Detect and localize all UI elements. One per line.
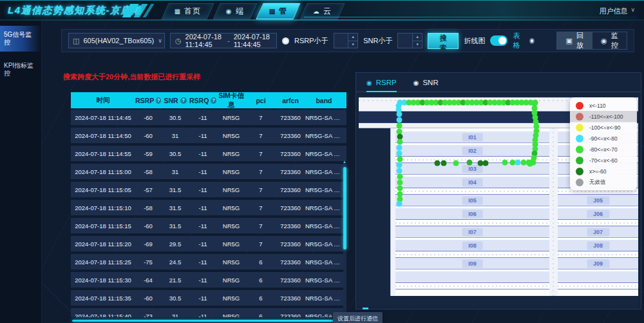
yard-row-label: I07	[462, 228, 483, 236]
yard-road-separator	[558, 219, 638, 226]
rsrp-spinner: ▲▼	[348, 34, 357, 48]
tab-rsrp[interactable]: ◉RSRP	[366, 73, 397, 92]
table-row[interactable]: 2024-07-18 11:15:10-5831.5-11NR5G7723360…	[71, 200, 346, 215]
switch-knob	[498, 37, 506, 44]
legend-row[interactable]: -100<=x<-90	[570, 122, 637, 133]
sidebar-item-kpi[interactable]: KPI指标监控	[0, 57, 41, 83]
table-cell: -57	[135, 186, 161, 193]
table-cell: 2024-07-18 11:15:35	[71, 295, 135, 302]
yard-row-I08: I08	[395, 240, 549, 251]
spin-down-icon[interactable]: ▼	[413, 41, 422, 48]
table-row[interactable]: 2024-07-18 11:15:20-6929.5-11NR5G7723360…	[71, 236, 346, 251]
device-select[interactable]: ◫ 605(HAV02_TBox605) ∨	[68, 33, 165, 48]
rsrp-radio[interactable]	[282, 37, 289, 44]
yard-map[interactable]: I01I02I03I04I05I06I07I08I09 J01J02J03J04…	[359, 95, 638, 306]
table-cell: 723360	[276, 168, 305, 175]
table-cell: 723360	[276, 259, 305, 266]
legend-label: -70<=x<-60	[589, 157, 618, 164]
legend-row[interactable]: 无效值	[570, 177, 637, 188]
help-icon[interactable]: ?	[156, 97, 161, 104]
signal-sample-dot	[397, 162, 402, 168]
monitor-button[interactable]: ◉ 监控	[592, 32, 627, 49]
table-cell: 6	[246, 295, 276, 302]
vertical-scrollbar[interactable]: ▲	[343, 166, 346, 323]
help-icon[interactable]: ?	[180, 97, 187, 104]
yard-row-I04: I04	[395, 177, 549, 188]
table-cell: NR5G-SA B...	[305, 132, 345, 139]
table-row[interactable]: 2024-07-18 11:15:15-6031.5-11NR5G7723360…	[71, 218, 346, 233]
yard-road-separator	[395, 219, 549, 226]
spin-up-icon[interactable]: ▲	[348, 34, 357, 41]
table-cell: -11	[189, 204, 216, 211]
column-label: pci	[256, 97, 265, 104]
yard-row-J08: J08	[558, 240, 638, 251]
table-cell: 7	[246, 150, 276, 157]
signal-data-table: 时间RSRP?SNR?RSRQ?SIM卡信息pciarfcnband 2024-…	[71, 92, 346, 323]
help-icon[interactable]: ?	[211, 97, 216, 104]
yard-row-label: I06	[462, 210, 483, 218]
table-cell: 2024-07-18 11:15:00	[71, 168, 135, 175]
table-row[interactable]: 2024-07-18 11:15:35-6030.5-11NR5G6723360…	[71, 290, 346, 306]
table-row[interactable]: 2024-07-18 11:15:05-5731.5-11NR5G7723360…	[71, 182, 346, 197]
column-header-band: band	[305, 97, 345, 104]
table-cell: NR5G-SA B...	[305, 259, 345, 266]
column-header-SIM卡信息: SIM卡信息	[216, 92, 246, 110]
legend-label: x<-110	[589, 103, 606, 109]
tab-snr[interactable]: ◉SNR	[413, 73, 439, 92]
user-menu[interactable]: 用户信息 ∨	[599, 6, 635, 16]
vertical-scrollbar-thumb[interactable]	[343, 167, 346, 250]
legend-label: -90<=x<-80	[589, 135, 618, 142]
table-cell: 7	[246, 186, 276, 193]
scroll-up-icon[interactable]: ▲	[343, 160, 346, 164]
table-cell: 2024-07-18 11:15:15	[71, 222, 135, 230]
table-cell: 31	[161, 313, 189, 318]
rsrp-threshold-input[interactable]: ▲▼	[334, 33, 359, 48]
nav-item-terminal[interactable]: ◉端	[213, 3, 258, 19]
legend-row[interactable]: x<-110	[570, 100, 637, 111]
spin-up-icon[interactable]: ▲	[413, 34, 422, 41]
mode-button-group: ▣ 回放 ◉ 监控	[556, 32, 627, 50]
table-cell: 723360	[276, 186, 305, 193]
legend-row[interactable]: -110<=x<-100	[570, 111, 637, 122]
device-icon: ◉	[226, 8, 232, 15]
legend-row[interactable]: -80<=x<-70	[570, 144, 637, 155]
legend-row[interactable]: -90<=x<-80	[570, 133, 637, 144]
map-middle-road	[549, 128, 558, 296]
table-row[interactable]: 2024-07-18 11:14:45-6030.5-11NR5G7723360…	[71, 110, 346, 125]
table-view-radio-icon[interactable]	[529, 38, 535, 44]
legend-row[interactable]: x>=-60	[570, 166, 637, 177]
signal-sample-dot	[397, 117, 402, 123]
nav-item-manage[interactable]: ▤管	[256, 3, 301, 19]
date-range-picker[interactable]: ◷ 2024-07-18 11:14:45 - 2024-07-18 11:44…	[170, 33, 277, 48]
signal-sample-dot	[441, 161, 447, 166]
playback-button[interactable]: ▣ 回放	[557, 32, 592, 49]
snr-threshold-input[interactable]: ▲▼	[397, 33, 422, 48]
grid-icon: ▦	[175, 8, 180, 15]
nav-item-home[interactable]: ▦首页	[161, 3, 214, 19]
table-row[interactable]: 2024-07-18 11:15:25-7524.5-11NR5G6723360…	[71, 254, 346, 269]
table-row[interactable]: 2024-07-18 11:15:30-6421.5-11NR5G6723360…	[71, 272, 346, 288]
yard-row-blank	[558, 271, 638, 282]
table-row[interactable]: 2024-07-18 11:14:55-5930.5-11NR5G7723360…	[71, 146, 346, 161]
nav-item-label: 管	[279, 6, 288, 17]
snr-filter-label: SNR小于	[363, 36, 392, 46]
table-row[interactable]: 2024-07-18 11:15:00-5831-11NR5G7723360NR…	[71, 164, 346, 179]
sidebar-item-5g-signal[interactable]: 5G信号监控	[0, 26, 41, 52]
legend-row[interactable]: -70<=x<-60	[570, 155, 637, 166]
table-cell: NR5G-SA B...	[305, 222, 345, 230]
horizontal-scrollbar[interactable]	[72, 320, 343, 322]
table-cell: 2024-07-18 11:15:10	[71, 204, 135, 211]
view-toggle-switch[interactable]	[490, 35, 507, 46]
column-label: SNR	[164, 97, 178, 104]
table-row[interactable]: 2024-07-18 11:14:50-6031-11NR5G7723360NR…	[71, 128, 346, 143]
table-cell: NR5G-SA B...	[305, 150, 345, 157]
table-row[interactable]: 2024-07-18 11:15:40-7331-11NR5G6723360NR…	[71, 308, 346, 317]
signal-sample-dot	[397, 174, 403, 180]
table-cell: 2024-07-18 11:15:20	[71, 240, 135, 248]
yard-row-I01: I01	[395, 132, 549, 142]
signal-sample-dot	[397, 123, 402, 129]
signal-sample-dot	[397, 186, 403, 191]
spin-down-icon[interactable]: ▼	[348, 41, 357, 48]
search-button[interactable]: 搜索	[428, 33, 459, 49]
table-cell: 2024-07-18 11:15:25	[71, 259, 135, 266]
